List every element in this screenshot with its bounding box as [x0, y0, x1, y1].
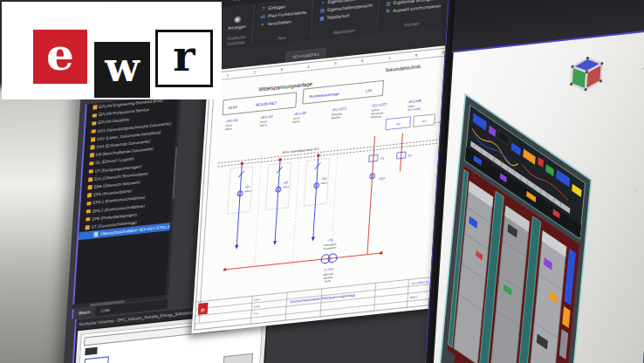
svg-text:NYY 4x240: NYY 4x240 — [408, 107, 421, 113]
logo-letter-e: e — [33, 30, 87, 84]
folder-icon — [92, 106, 97, 110]
drawing-subtitle: Sekundärtechnik — [385, 64, 421, 72]
ribbon-item-icon: ▤ — [319, 7, 325, 13]
ribbon-item-icon: ▦ — [319, 15, 325, 21]
busbar-label: 20 kV Sammelschiene =E1 — [282, 147, 319, 154]
marketing-image-canvas: VorplanungStammdatenEPLAN CloudDienstpro… — [0, 0, 644, 363]
svg-text:-F1: -F1 — [407, 154, 412, 158]
svg-text:Gepr.: Gepr. — [253, 312, 259, 316]
ribbon-item-icon: ↻ — [385, 8, 391, 14]
folder-icon — [90, 145, 94, 149]
ribbon-item-icon: ab — [260, 13, 266, 19]
cabinet-3d-model — [429, 61, 644, 363]
schematic-drawing: 1 2 3 4 5 6 7 8 9 Mittelspannungsanlage … — [191, 44, 462, 333]
folder-icon — [92, 121, 96, 126]
ribbon-group-text: T Einfügen ab Pfad-Funktionstexte + Vers… — [252, 0, 314, 45]
ribbon-item-label: Tabellarisch — [326, 12, 350, 20]
folder-icon — [86, 209, 91, 214]
svg-text:=E1+A2: =E1+A2 — [260, 114, 273, 120]
drawing-title: Mittelspannungsanlage — [258, 81, 312, 92]
svg-text:630 A: 630 A — [321, 181, 328, 185]
schematic-page[interactable]: 1 2 3 4 5 6 7 8 9 Mittelspannungsanlage … — [191, 44, 462, 333]
feeder-bays: -Q1 630 A -Q2 630 A — [223, 143, 338, 277]
svg-text:630 A: 630 A — [283, 185, 290, 189]
graphical-preview-button[interactable]: ◉ Anzeigen Grafische Vorschau — [220, 3, 255, 48]
svg-text:=E1+A1: =E1+A1 — [226, 118, 239, 124]
ewr-logo: e w r — [2, 2, 222, 99]
3d-viewport[interactable]: ⌃ ⌃ — [429, 30, 644, 363]
page-navigator-tree: EPLAN Engineering Standard (ESS) EPLAN P… — [72, 94, 181, 305]
transformer: +TG Trafostation Transformer -T1 TRA 20/… — [222, 233, 383, 294]
eye-icon: ◉ — [234, 15, 241, 24]
svg-text:5: 5 — [334, 61, 337, 65]
svg-text:Transformer: Transformer — [323, 246, 336, 251]
logo-letter-r: r — [155, 30, 213, 87]
folder-icon — [89, 161, 93, 166]
svg-text:=E1+GT2: =E1+GT2 — [372, 102, 387, 108]
folder-icon — [86, 202, 91, 206]
svg-text:6: 6 — [361, 58, 364, 63]
device-tag: BCKW-NET — [256, 100, 277, 107]
logo-letter-w: w — [94, 42, 150, 98]
ribbon-item-label: Verschieben — [267, 18, 291, 26]
device-tag: Rundsteueranlage — [309, 92, 339, 99]
preview-shape — [223, 353, 253, 363]
ribbon-item-icon: + — [259, 21, 265, 27]
ribbon-item-icon: ▥ — [386, 0, 392, 5]
svg-text:630 A: 630 A — [225, 127, 232, 132]
svg-text:2: 2 — [254, 70, 257, 74]
svg-text:-Q10: -Q10 — [378, 176, 385, 181]
svg-text:630 A: 630 A — [244, 189, 251, 194]
svg-text:=E1+KB: =E1+KB — [408, 99, 421, 105]
svg-text:Meldung: Meldung — [371, 114, 381, 119]
svg-text:=E1+A3: =E1+A3 — [293, 111, 306, 117]
folder-icon — [86, 225, 90, 229]
svg-text:630 A: 630 A — [293, 120, 300, 124]
preview-shape — [79, 356, 109, 363]
svg-text:-K1: -K1 — [421, 120, 427, 124]
folder-icon — [91, 137, 95, 141]
svg-text:-A1: -A1 — [395, 122, 401, 127]
svg-text:3: 3 — [280, 67, 283, 72]
svg-text:Datum: Datum — [254, 298, 261, 302]
svg-text:-Q1: -Q1 — [244, 185, 250, 189]
svg-text:20 kV: 20 kV — [228, 105, 237, 110]
preview-shape — [85, 347, 97, 355]
folder-icon — [92, 129, 96, 134]
svg-text:630 A: 630 A — [260, 123, 267, 127]
folder-icon — [88, 177, 92, 182]
folder-icon — [87, 185, 92, 189]
svg-text:-Q2: -Q2 — [283, 181, 288, 185]
folder-icon — [89, 169, 93, 174]
page-icon — [93, 231, 99, 238]
svg-text:Blatt 1: Blatt 1 — [410, 295, 418, 299]
svg-text:Dyn5: Dyn5 — [325, 279, 331, 284]
svg-text:Wandler: Wandler — [331, 115, 340, 120]
svg-text:8: 8 — [415, 53, 418, 58]
measurement-branch: -T5 -Q10 -F1 -A1 -K1 — [363, 114, 435, 255]
ribbon-item-icon: T — [260, 5, 266, 11]
folder-icon — [87, 193, 92, 197]
svg-text:1: 1 — [227, 72, 230, 77]
folder-icon — [92, 113, 97, 118]
titleblock-title: Übersichtsschaltplan Mittelspannungsanla… — [290, 293, 355, 304]
3d-viewport-window: ⌃ ⌃ — [426, 0, 644, 363]
svg-text:Bearb.: Bearb. — [253, 305, 260, 309]
svg-text:-Q3: -Q3 — [321, 176, 326, 181]
svg-text:-T5: -T5 — [380, 157, 385, 161]
folder-icon — [86, 217, 90, 222]
svg-text:7: 7 — [388, 56, 391, 60]
titleblock-logo: e — [201, 305, 206, 314]
ribbon-tab[interactable]: Vorplanung — [231, 0, 256, 2]
device-tag: LS1 — [366, 88, 373, 93]
ribbon-item-icon: ▪ — [319, 0, 325, 5]
folder-icon — [90, 154, 94, 158]
svg-text:4: 4 — [307, 65, 310, 69]
